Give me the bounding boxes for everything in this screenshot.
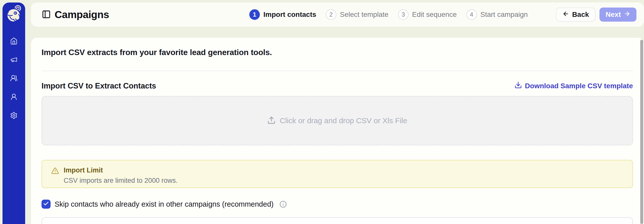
step-1-badge: 1 bbox=[249, 9, 260, 20]
skip-contacts-checkbox[interactable] bbox=[42, 200, 51, 209]
settings-gear-icon bbox=[10, 112, 18, 120]
intro-heading: Import CSV extracts from your favorite l… bbox=[42, 48, 633, 57]
step-select-template[interactable]: 2 Select template bbox=[326, 9, 388, 20]
step-1-label: Import contacts bbox=[263, 11, 316, 19]
download-link-label: Download Sample CSV template bbox=[525, 82, 633, 90]
import-limit-warning: Import Limit CSV imports are limited to … bbox=[42, 160, 633, 188]
app-root: Campaigns 1 Import contacts 2 Select tem… bbox=[0, 0, 644, 224]
skip-contacts-row: Skip contacts who already exist in other… bbox=[42, 200, 633, 209]
next-button[interactable]: Next bbox=[599, 8, 636, 22]
step-edit-sequence[interactable]: 3 Edit sequence bbox=[398, 9, 457, 20]
import-contacts-panel: Import CSV extracts from your favorite l… bbox=[31, 38, 644, 224]
mascot-dog-logo-icon bbox=[4, 4, 23, 25]
arrow-right-icon bbox=[624, 11, 630, 19]
arrow-left-icon bbox=[562, 11, 569, 19]
download-sample-csv-link[interactable]: Download Sample CSV template bbox=[514, 81, 633, 91]
back-button[interactable]: Back bbox=[556, 8, 595, 22]
sidebar-item-contacts[interactable] bbox=[8, 75, 19, 82]
top-header: Campaigns 1 Import contacts 2 Select tem… bbox=[31, 3, 644, 27]
users-icon bbox=[10, 74, 18, 83]
step-2-label: Select template bbox=[340, 11, 388, 19]
sidebar-item-profile[interactable] bbox=[8, 94, 19, 101]
sidebar-item-settings[interactable] bbox=[8, 112, 19, 120]
vertical-scrollbar[interactable] bbox=[640, 40, 643, 224]
panel-left-icon bbox=[42, 10, 51, 20]
next-section-container bbox=[42, 217, 633, 224]
next-button-label: Next bbox=[606, 11, 621, 19]
sidebar-item-campaigns[interactable] bbox=[8, 56, 19, 64]
step-4-badge: 4 bbox=[466, 9, 477, 20]
dropzone-label: Click or drag and drop CSV or Xls File bbox=[280, 116, 407, 125]
step-3-badge: 3 bbox=[398, 9, 409, 20]
sidebar-toggle-button[interactable] bbox=[42, 10, 51, 19]
step-start-campaign[interactable]: 4 Start campaign bbox=[466, 9, 528, 20]
campaign-stepper: 1 Import contacts 2 Select template 3 Ed… bbox=[249, 3, 528, 27]
check-icon bbox=[43, 201, 49, 208]
csv-dropzone[interactable]: Click or drag and drop CSV or Xls File bbox=[42, 96, 633, 145]
info-icon[interactable] bbox=[279, 201, 287, 208]
app-logo[interactable] bbox=[4, 5, 23, 25]
warning-text-block: Import Limit CSV imports are limited to … bbox=[64, 166, 178, 188]
warning-triangle-icon bbox=[51, 166, 59, 188]
sidebar bbox=[3, 3, 25, 224]
skip-contacts-label: Skip contacts who already exist in other… bbox=[55, 200, 273, 208]
step-import-contacts[interactable]: 1 Import contacts bbox=[249, 9, 316, 20]
back-button-label: Back bbox=[572, 11, 589, 19]
megaphone-icon bbox=[10, 56, 18, 64]
step-3-label: Edit sequence bbox=[412, 11, 457, 19]
warning-message: CSV imports are limited to 2000 rows. bbox=[64, 177, 178, 185]
step-2-badge: 2 bbox=[326, 9, 336, 20]
page-title: Campaigns bbox=[55, 9, 109, 21]
download-icon bbox=[514, 81, 522, 91]
section-divider bbox=[42, 71, 633, 71]
user-icon bbox=[10, 93, 18, 102]
upload-icon bbox=[267, 116, 276, 125]
sidebar-nav bbox=[8, 38, 19, 120]
step-4-label: Start campaign bbox=[480, 11, 528, 19]
home-icon bbox=[10, 37, 18, 46]
sidebar-item-home[interactable] bbox=[8, 38, 19, 45]
wizard-actions: Back Next bbox=[556, 3, 636, 27]
warning-title: Import Limit bbox=[64, 166, 178, 174]
import-section-title: Import CSV to Extract Contacts bbox=[42, 81, 156, 91]
import-section-header: Import CSV to Extract Contacts Download … bbox=[42, 81, 633, 91]
